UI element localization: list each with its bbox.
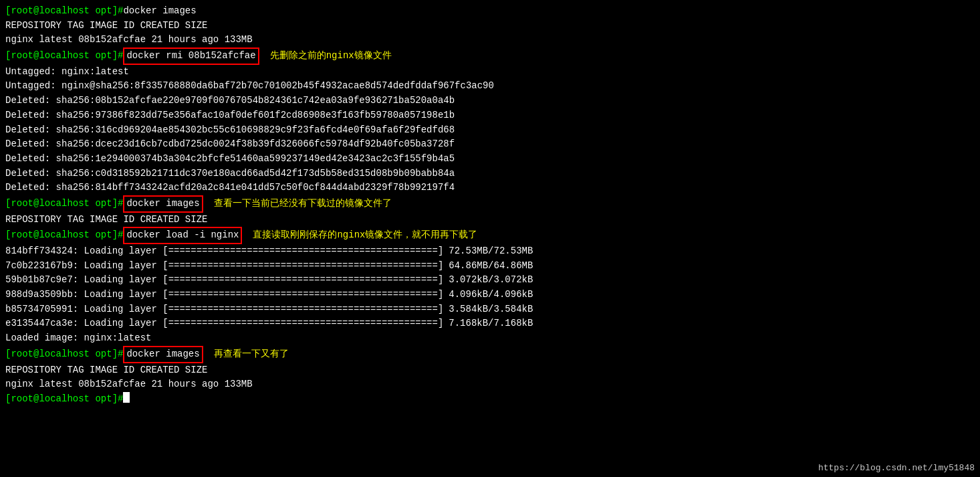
annotation-load: 直接读取刚刚保存的nginx镜像文件，就不用再下载了 [253, 228, 477, 243]
progress-line-1: 814bff734324: Loading layer [===========… [5, 244, 975, 259]
nginx-entry-2: nginx latest 08b152afcfae 21 hours ago 1… [5, 377, 253, 392]
line-11: Deleted: sha256:1e294000374b3a304c2bfcfe… [5, 152, 975, 167]
progress-id-2: 7c0b223167b9: Loading layer [===========… [5, 259, 443, 274]
line-2: REPOSITORY TAG IMAGE ID CREATED SIZE [5, 19, 975, 33]
prompt-2: [root@localhost opt]# [5, 49, 123, 64]
line-final-prompt: [root@localhost opt]# [5, 392, 975, 407]
header-1: REPOSITORY TAG IMAGE ID CREATED SIZE [5, 19, 207, 33]
prompt-4: [root@localhost opt]# [5, 228, 123, 243]
progress-id-5: b85734705991: Loading layer [===========… [5, 302, 443, 317]
line-13: Deleted: sha256:814bff7343242acfd20a2c84… [5, 181, 975, 195]
nginx-entry-1: nginx latest 08b152afcfae 21 hours ago 1… [5, 33, 253, 47]
cmd-load: docker load -i nginx [123, 227, 242, 244]
cmd-images-2: docker images [123, 195, 203, 213]
header-3: REPOSITORY TAG IMAGE ID CREATED SIZE [5, 363, 207, 378]
cmd-rmi: docker rmi 08b152afcfae [123, 47, 259, 65]
line-loaded: Loaded image: nginx:latest [5, 331, 975, 346]
line-5: Untagged: nginx:latest [5, 65, 975, 80]
deleted-4: Deleted: sha256:dcec23d16cb7cdbd725dc002… [5, 137, 455, 152]
line-3: nginx latest 08b152afcfae 21 hours ago 1… [5, 33, 975, 47]
header-2: REPOSITORY TAG IMAGE ID CREATED SIZE [5, 213, 207, 227]
cursor [123, 392, 130, 403]
line-9: Deleted: sha256:316cd969204ae854302bc55c… [5, 123, 975, 138]
line-16: [root@localhost opt]# docker load -i ngi… [5, 227, 975, 244]
progress-id-4: 988d9a3509bb: Loading layer [===========… [5, 288, 443, 302]
progress-line-4: 988d9a3509bb: Loading layer [===========… [5, 288, 975, 302]
deleted-7: Deleted: sha256:814bff7343242acfd20a2c84… [5, 181, 455, 195]
line-12: Deleted: sha256:c0d318592b21711dc370e180… [5, 167, 975, 181]
line-nginx-2: nginx latest 08b152afcfae 21 hours ago 1… [5, 377, 975, 392]
deleted-2: Deleted: sha256:97386f823dd75e356afac10a… [5, 108, 455, 123]
line-1: [root@localhost opt]# docker images [5, 4, 975, 19]
progress-size-2: 64.86MB/64.86MB [449, 259, 533, 274]
progress-size-5: 3.584kB/3.584kB [449, 302, 533, 317]
line-14: [root@localhost opt]# docker images 查看一下… [5, 195, 975, 213]
line-7: Deleted: sha256:08b152afcfae220e9709f007… [5, 94, 975, 108]
progress-line-3: 59b01b87c9e7: Loading layer [===========… [5, 273, 975, 288]
progress-line-6: e3135447ca3e: Loading layer [===========… [5, 316, 975, 331]
deleted-1: Deleted: sha256:08b152afcfae220e9709f007… [5, 94, 455, 108]
untagged-2: Untagged: nginx@sha256:8f335768880da6baf… [5, 79, 494, 94]
deleted-5: Deleted: sha256:1e294000374b3a304c2bfcfe… [5, 152, 455, 167]
line-6: Untagged: nginx@sha256:8f335768880da6baf… [5, 79, 975, 94]
progress-size-1: 72.53MB/72.53MB [449, 244, 533, 259]
line-header-3: REPOSITORY TAG IMAGE ID CREATED SIZE [5, 363, 975, 378]
progress-line-2: 7c0b223167b9: Loading layer [===========… [5, 259, 975, 274]
untagged-1: Untagged: nginx:latest [5, 65, 129, 80]
loaded-image: Loaded image: nginx:latest [5, 331, 151, 346]
line-4: [root@localhost opt]# docker rmi 08b152a… [5, 47, 975, 65]
deleted-6: Deleted: sha256:c0d318592b21711dc370e180… [5, 167, 455, 181]
footer-url: https://blog.csdn.net/lmy51848 [818, 463, 975, 473]
cmd-images-3: docker images [123, 346, 203, 363]
terminal: [root@localhost opt]# docker images REPO… [0, 0, 980, 411]
annotation-images-3: 再查看一下又有了 [214, 347, 289, 362]
cmd-1: docker images [123, 4, 196, 19]
deleted-3: Deleted: sha256:316cd969204ae854302bc55c… [5, 123, 455, 138]
progress-size-6: 7.168kB/7.168kB [449, 316, 533, 331]
prompt-final: [root@localhost opt]# [5, 392, 123, 407]
progress-id-1: 814bff734324: Loading layer [===========… [5, 244, 443, 259]
prompt-3: [root@localhost opt]# [5, 197, 123, 211]
progress-size-4: 4.096kB/4.096kB [449, 288, 533, 302]
progress-size-3: 3.072kB/3.072kB [449, 273, 533, 288]
prompt-5: [root@localhost opt]# [5, 347, 123, 362]
annotation-rmi: 先删除之前的nginx镜像文件 [270, 49, 392, 64]
line-10: Deleted: sha256:dcec23d16cb7cdbd725dc002… [5, 137, 975, 152]
line-8: Deleted: sha256:97386f823dd75e356afac10a… [5, 108, 975, 123]
annotation-images-2: 查看一下当前已经没有下载过的镜像文件了 [214, 197, 392, 211]
progress-id-3: 59b01b87c9e7: Loading layer [===========… [5, 273, 443, 288]
progress-line-5: b85734705991: Loading layer [===========… [5, 302, 975, 317]
line-images-3: [root@localhost opt]# docker images 再查看一… [5, 346, 975, 363]
prompt-1: [root@localhost opt]# [5, 4, 123, 19]
line-15: REPOSITORY TAG IMAGE ID CREATED SIZE [5, 213, 975, 227]
progress-id-6: e3135447ca3e: Loading layer [===========… [5, 316, 443, 331]
